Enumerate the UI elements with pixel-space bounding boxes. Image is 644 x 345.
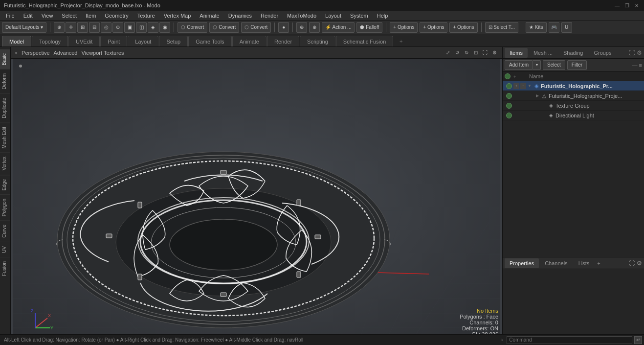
item-eye-1[interactable]: [505, 83, 513, 89]
item-expand-3[interactable]: [542, 103, 547, 108]
menu-dynamics[interactable]: Dynamics: [224, 12, 256, 20]
menu-maxtomodo[interactable]: MaxToModo: [283, 12, 320, 20]
tool-btn-4[interactable]: ⊟: [89, 22, 100, 33]
list-item-texture[interactable]: ◈ Texture Group: [503, 101, 644, 111]
close-button[interactable]: ✕: [633, 2, 640, 9]
tab-channels[interactable]: Channels: [540, 258, 572, 268]
item-eye-2[interactable]: [505, 93, 513, 99]
add-tab-button[interactable]: +: [396, 36, 406, 46]
tool-btn-10[interactable]: ◉: [159, 22, 170, 33]
list-item-light[interactable]: ◈ Directional Light: [503, 111, 644, 120]
convert-btn-2[interactable]: ⬡ Convert: [209, 22, 239, 33]
tab-model[interactable]: Model: [2, 36, 31, 46]
item-eye-3[interactable]: [505, 103, 513, 109]
select-t-btn[interactable]: ⊡ Select T...: [485, 22, 519, 33]
tool-btn-7[interactable]: ▣: [124, 22, 135, 33]
list-item-main-mesh[interactable]: + − ▼ ◉ Futuristic_Holographic_Pr...: [503, 81, 644, 91]
unreal-icon[interactable]: U: [561, 22, 572, 33]
item-ctrl-plus-1[interactable]: +: [513, 83, 519, 89]
sidebar-tab-polygon[interactable]: Polygon: [0, 194, 10, 220]
tab-shading[interactable]: Shading: [558, 48, 588, 58]
options-btn-2[interactable]: + Options: [420, 22, 447, 33]
view-type-label[interactable]: Perspective: [22, 50, 49, 56]
add-item-button[interactable]: Add Item: [505, 60, 533, 70]
tab-game-tools[interactable]: Game Tools: [188, 36, 232, 46]
tab-topology[interactable]: Topology: [32, 36, 68, 46]
item-expand-1[interactable]: ▼: [527, 84, 532, 89]
tab-render[interactable]: Render: [267, 36, 299, 46]
tool-btn-8[interactable]: ◫: [136, 22, 147, 33]
collapse-icon[interactable]: —: [632, 62, 638, 68]
item-expand-4[interactable]: [542, 113, 547, 118]
prop-expand-icon[interactable]: ⛶: [629, 260, 635, 267]
sidebar-tab-fusion[interactable]: Fusion: [0, 257, 10, 280]
tab-properties[interactable]: Properties: [505, 258, 539, 268]
sidebar-tab-curve[interactable]: Curve: [0, 220, 10, 242]
tab-paint[interactable]: Paint: [100, 36, 127, 46]
menu-animate[interactable]: Animate: [196, 12, 223, 20]
convert-btn-3[interactable]: ⬡ Convert: [241, 22, 271, 33]
prop-settings-icon[interactable]: ⚙: [637, 260, 642, 267]
panel-expand-icon[interactable]: ⛶: [629, 49, 635, 56]
sidebar-tab-uv[interactable]: UV: [0, 242, 10, 257]
add-property-button[interactable]: +: [597, 260, 600, 266]
falloff-btn[interactable]: ⬟ Falloff: [356, 22, 382, 33]
command-input[interactable]: [507, 336, 632, 344]
menu-geometry[interactable]: Geometry: [101, 12, 132, 20]
menu-render[interactable]: Render: [257, 12, 282, 20]
tool-btn-9[interactable]: ◈: [148, 22, 158, 33]
panel-settings-icon[interactable]: ⚙: [637, 49, 642, 56]
tool-btn-2[interactable]: ✛: [66, 22, 76, 33]
options-btn-1[interactable]: + Options: [390, 22, 418, 33]
vp-icon-1[interactable]: ⤢: [444, 49, 452, 57]
viewport[interactable]: ● Perspective Advanced Viewport Textures…: [11, 47, 502, 345]
sidebar-tab-vertex[interactable]: Vertex: [0, 152, 10, 174]
tab-schematic[interactable]: Schematic Fusion: [336, 36, 393, 46]
cmd-prev-button[interactable]: ›: [499, 337, 505, 343]
tab-items[interactable]: Items: [505, 48, 528, 58]
tool-axis2[interactable]: ⊕: [309, 22, 320, 33]
shading-label[interactable]: Advanced: [54, 50, 78, 56]
tab-setup[interactable]: Setup: [159, 36, 188, 46]
menu-texture[interactable]: Texture: [133, 12, 159, 20]
vp-icon-fit[interactable]: ⊡: [472, 49, 480, 57]
cmd-exec-button[interactable]: ↵: [634, 336, 642, 344]
menu-item[interactable]: Item: [82, 12, 100, 20]
canvas-area[interactable]: X Y Z No Items Polygons : Face Channels:…: [11, 59, 502, 345]
sidebar-tab-mesh-edit[interactable]: Mesh Edit: [0, 122, 10, 152]
tab-mesh[interactable]: Mesh ...: [529, 48, 557, 58]
eye-header-icon[interactable]: [505, 73, 511, 79]
tab-scripting[interactable]: Scripting: [300, 36, 335, 46]
menu-view[interactable]: View: [38, 12, 57, 20]
sidebar-tab-duplicate[interactable]: Duplicate: [0, 93, 10, 122]
tab-animate[interactable]: Animate: [232, 36, 266, 46]
convert-btn-1[interactable]: ⬡ Convert: [178, 22, 207, 33]
game-icon[interactable]: 🎮: [549, 22, 559, 33]
menu-edit[interactable]: Edit: [20, 12, 37, 20]
tool-btn-1[interactable]: ⊕: [54, 22, 65, 33]
filter-button[interactable]: Filter: [567, 60, 587, 70]
tool-axis1[interactable]: ⊕: [296, 22, 307, 33]
add-item-dropdown[interactable]: ▾: [533, 60, 541, 70]
item-expand-2[interactable]: ▶: [535, 93, 540, 98]
texture-label[interactable]: Viewport Textures: [81, 50, 124, 56]
item-eye-4[interactable]: [505, 113, 513, 118]
tab-lists[interactable]: Lists: [574, 258, 595, 268]
item-ctrl-minus-1[interactable]: −: [520, 83, 526, 89]
tool-btn-6[interactable]: ⊙: [112, 22, 123, 33]
kits-btn[interactable]: ★ Kits: [526, 22, 546, 33]
sidebar-tab-edge[interactable]: Edge: [0, 175, 10, 194]
panel-more-icon[interactable]: ≡: [639, 62, 642, 68]
action-btn[interactable]: ⚡ Action ...: [322, 22, 355, 33]
menu-file[interactable]: File: [2, 12, 19, 20]
tool-btn-3[interactable]: ⊞: [77, 22, 88, 33]
menu-help[interactable]: Help: [373, 12, 392, 20]
vp-icon-2[interactable]: ↺: [453, 49, 461, 57]
select-button[interactable]: Select: [543, 60, 565, 70]
minimize-button[interactable]: —: [614, 2, 621, 9]
tool-btn-5[interactable]: ◎: [101, 22, 111, 33]
tab-layout[interactable]: Layout: [128, 36, 158, 46]
tab-uvedit[interactable]: UVEdit: [68, 36, 100, 46]
vp-icon-settings[interactable]: ⚙: [490, 49, 498, 57]
tab-groups[interactable]: Groups: [589, 48, 616, 58]
